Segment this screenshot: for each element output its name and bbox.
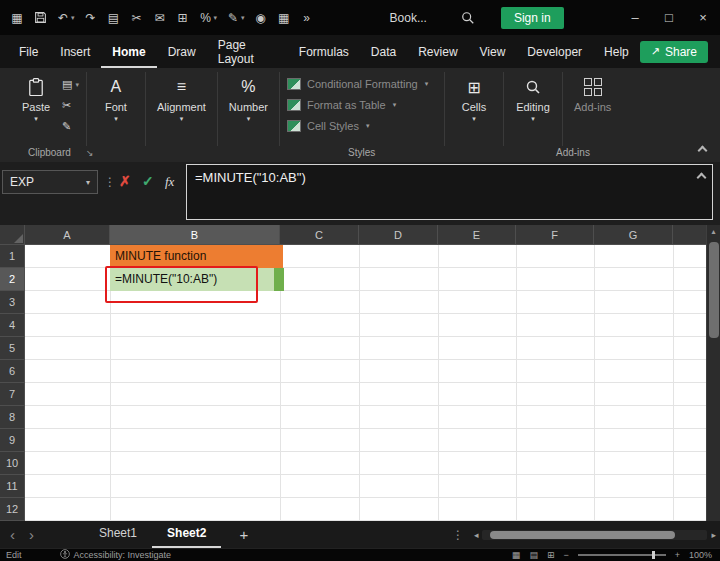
chevron-down-icon[interactable]: ▾: [86, 178, 90, 187]
cell-b1[interactable]: MINUTE function: [110, 245, 283, 268]
cell-b2-selection-handle[interactable]: [274, 268, 284, 291]
row-header-3[interactable]: 3: [0, 291, 25, 314]
sheet-tab-sheet1[interactable]: Sheet1: [84, 521, 152, 548]
cell-styles-button[interactable]: Cell Styles ▾: [287, 120, 437, 132]
page-layout-view-icon[interactable]: ▤: [529, 550, 538, 560]
tab-help[interactable]: Help: [593, 36, 640, 68]
minimize-button[interactable]: –: [618, 10, 652, 25]
sheet-nav-left-icon[interactable]: ‹: [10, 526, 15, 543]
select-all-button[interactable]: [0, 225, 25, 245]
copy-button[interactable]: ▤ ▾: [62, 78, 79, 91]
zoom-slider[interactable]: [578, 554, 666, 556]
chevron-down-icon[interactable]: ▾: [71, 14, 75, 22]
table-icon[interactable]: ⊞: [176, 11, 190, 25]
horizontal-scrollbar[interactable]: ◂ ▸: [474, 530, 716, 540]
share-button[interactable]: ↗ Share: [640, 41, 708, 63]
row-header-8[interactable]: 8: [0, 406, 25, 429]
vertical-scrollbar-thumb[interactable]: [709, 242, 719, 338]
column-header-c[interactable]: C: [280, 225, 359, 245]
confirm-entry-button[interactable]: ✓: [142, 173, 154, 189]
cancel-entry-button[interactable]: ✗: [119, 173, 131, 189]
collapse-ribbon-icon[interactable]: [698, 146, 708, 156]
scroll-right-icon[interactable]: ▸: [711, 530, 716, 540]
sign-in-button[interactable]: Sign in: [501, 7, 564, 29]
chevron-down-icon[interactable]: ▾: [214, 14, 218, 22]
alignment-menu-button[interactable]: ≡ Alignment ▾: [153, 72, 210, 126]
tab-insert[interactable]: Insert: [49, 36, 101, 68]
row-header-2[interactable]: 2: [0, 268, 25, 291]
more-commands-icon[interactable]: »: [300, 11, 314, 25]
tab-data[interactable]: Data: [360, 36, 407, 68]
tab-formulas[interactable]: Formulas: [288, 36, 360, 68]
tab-view[interactable]: View: [469, 36, 517, 68]
formula-input[interactable]: =MINUTE("10:AB"): [186, 164, 713, 220]
cells-menu-button[interactable]: ⊞ Cells ▾: [452, 72, 496, 126]
percent-icon[interactable]: %: [199, 11, 213, 25]
tab-home[interactable]: Home: [101, 36, 156, 68]
search-icon[interactable]: [461, 11, 475, 25]
tab-review[interactable]: Review: [407, 36, 468, 68]
zoom-level[interactable]: 100%: [689, 550, 712, 560]
select-all-triangle-icon: [14, 234, 23, 243]
horizontal-scrollbar-track[interactable]: [482, 530, 707, 540]
row-header-5[interactable]: 5: [0, 337, 25, 360]
maximize-button[interactable]: □: [652, 10, 686, 25]
row-header-9[interactable]: 9: [0, 429, 25, 452]
row-header-11[interactable]: 11: [0, 475, 25, 498]
zoom-in-button[interactable]: +: [675, 550, 680, 560]
column-header-g[interactable]: G: [594, 225, 673, 245]
column-header-b[interactable]: B: [110, 225, 280, 245]
font-menu-button[interactable]: A Font ▾: [94, 72, 138, 126]
number-menu-button[interactable]: % Number ▾: [225, 72, 272, 126]
row-header-6[interactable]: 6: [0, 360, 25, 383]
undo-icon[interactable]: ↶: [56, 11, 70, 25]
close-button[interactable]: ×: [686, 10, 720, 25]
conditional-formatting-button[interactable]: Conditional Formatting ▾: [287, 78, 437, 90]
save-icon[interactable]: [33, 11, 47, 24]
name-box[interactable]: EXP ▾: [2, 170, 98, 194]
column-header-e[interactable]: E: [438, 225, 516, 245]
cells-area[interactable]: MINUTE function =MINUTE("10:AB"): [25, 245, 706, 521]
paste-button[interactable]: Paste ▾: [14, 72, 58, 126]
sheet-nav-right-icon[interactable]: ›: [29, 526, 34, 543]
sheet-bar-more-icon[interactable]: ⋮: [452, 528, 464, 542]
tab-file[interactable]: File: [8, 36, 49, 68]
mail-icon[interactable]: ✉: [153, 11, 167, 25]
row-header-7[interactable]: 7: [0, 383, 25, 406]
scroll-up-icon[interactable]: ▴: [707, 227, 720, 236]
zoom-out-button[interactable]: −: [563, 550, 568, 560]
grid-icon[interactable]: ▦: [277, 11, 291, 25]
editing-menu-button[interactable]: Editing ▾: [511, 72, 555, 126]
redo-icon[interactable]: ↷: [84, 11, 98, 25]
copy-icon[interactable]: ▤: [107, 11, 121, 25]
cut-button[interactable]: ✂: [62, 99, 79, 112]
accessibility-checker[interactable]: Accessibility: Investigate: [60, 549, 172, 561]
addins-button[interactable]: Add-ins: [570, 72, 615, 116]
format-painter-icon[interactable]: ✎: [226, 11, 240, 25]
format-as-table-button[interactable]: Format as Table ▾: [287, 99, 437, 111]
format-painter-button[interactable]: ✎: [62, 120, 79, 133]
row-header-12[interactable]: 12: [0, 498, 25, 521]
row-header-4[interactable]: 4: [0, 314, 25, 337]
app-grid-icon[interactable]: ▦: [10, 11, 24, 25]
column-header-d[interactable]: D: [359, 225, 438, 245]
row-header-10[interactable]: 10: [0, 452, 25, 475]
scroll-left-icon[interactable]: ◂: [474, 530, 479, 540]
page-break-view-icon[interactable]: ⊞: [547, 550, 555, 560]
cut-icon[interactable]: ✂: [130, 11, 144, 25]
chevron-down-icon[interactable]: ▾: [241, 14, 245, 22]
insert-function-button[interactable]: fx: [165, 174, 174, 190]
row-header-1[interactable]: 1: [0, 245, 25, 268]
clipboard-dialog-launcher-icon[interactable]: ↘: [86, 148, 94, 158]
horizontal-scrollbar-thumb[interactable]: [490, 531, 675, 539]
normal-view-icon[interactable]: ▦: [512, 550, 521, 560]
column-header-a[interactable]: A: [25, 225, 110, 245]
tab-draw[interactable]: Draw: [157, 36, 207, 68]
sheet-tab-sheet2[interactable]: Sheet2: [152, 521, 221, 548]
zoom-slider-thumb[interactable]: [652, 551, 655, 559]
camera-icon[interactable]: ◉: [254, 11, 268, 25]
vertical-scrollbar[interactable]: ▴: [706, 225, 720, 521]
add-sheet-button[interactable]: +: [239, 526, 248, 543]
tab-developer[interactable]: Developer: [516, 36, 593, 68]
column-header-f[interactable]: F: [516, 225, 594, 245]
